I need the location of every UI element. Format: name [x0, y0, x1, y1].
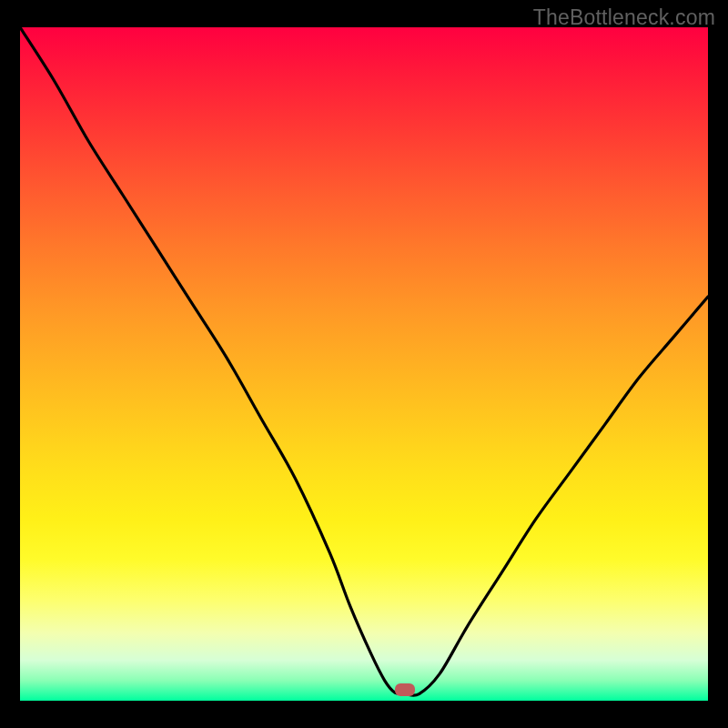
bottleneck-curve	[20, 27, 708, 701]
watermark-text: TheBottleneck.com	[533, 5, 715, 30]
optimum-marker	[395, 683, 415, 696]
curve-path	[20, 27, 708, 695]
chart-frame: TheBottleneck.com	[0, 0, 728, 728]
plot-area	[20, 27, 708, 701]
